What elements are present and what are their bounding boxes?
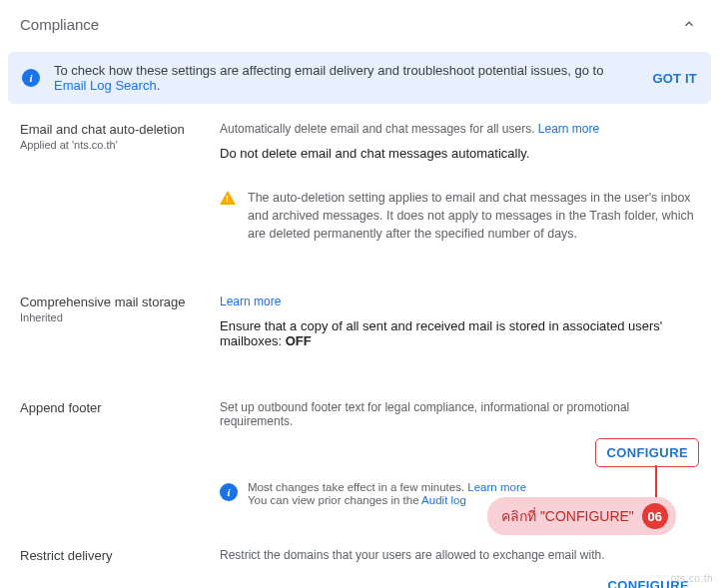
callout-number: 06 <box>642 503 668 529</box>
note-line2: You can view prior changes in the <box>248 494 421 506</box>
banner-text-before: To check how these settings are affectin… <box>54 63 603 78</box>
setting-title: Append footer <box>20 400 210 415</box>
chevron-up-icon <box>679 14 699 34</box>
warning-text: The auto-deletion setting applies to ema… <box>248 189 699 243</box>
section-title: Compliance <box>20 16 99 33</box>
setting-title: Comprehensive mail storage <box>20 294 210 309</box>
got-it-button[interactable]: GOT IT <box>652 71 697 86</box>
info-banner: i To check how these settings are affect… <box>8 52 711 104</box>
audit-log-link[interactable]: Audit log <box>421 494 466 506</box>
warning-box: The auto-deletion setting applies to ema… <box>220 189 699 243</box>
setting-desc: Set up outbound footer text for legal co… <box>220 400 699 428</box>
setting-value-state: OFF <box>286 333 312 348</box>
configure-button[interactable]: CONFIGURE <box>595 438 699 467</box>
email-log-search-link[interactable]: Email Log Search <box>54 78 157 93</box>
learn-more-link[interactable]: Learn more <box>220 294 281 308</box>
setting-applied: Inherited <box>20 311 210 323</box>
callout-text: คลิกที่ "CONFIGURE" <box>501 505 634 527</box>
setting-desc: Restrict the domains that your users are… <box>220 548 699 562</box>
annotation-callout: คลิกที่ "CONFIGURE" 06 <box>487 497 676 535</box>
section-header[interactable]: Compliance <box>0 0 719 48</box>
setting-desc: Automatically delete email and chat mess… <box>220 122 538 136</box>
banner-text-after: . <box>157 78 161 93</box>
learn-more-link[interactable]: Learn more <box>538 122 599 136</box>
setting-comprehensive-storage: Comprehensive mail storage Inherited Lea… <box>0 291 719 368</box>
callout-connector <box>655 465 657 501</box>
watermark: nts.co.th <box>671 573 713 584</box>
banner-text: To check how these settings are affectin… <box>54 63 638 93</box>
setting-restrict-delivery: Restrict delivery Restrict the domains t… <box>0 544 719 588</box>
setting-applied: Applied at 'nts.co.th' <box>20 139 210 151</box>
setting-auto-deletion: Email and chat auto-deletion Applied at … <box>0 118 719 263</box>
setting-append-footer: Append footer Set up outbound footer tex… <box>0 396 719 512</box>
note-line1: Most changes take effect in a few minute… <box>248 481 467 493</box>
learn-more-link[interactable]: Learn more <box>467 481 526 493</box>
info-icon: i <box>220 483 238 501</box>
setting-title: Email and chat auto-deletion <box>20 122 210 137</box>
info-icon: i <box>22 69 40 87</box>
setting-value: Do not delete email and chat messages au… <box>220 146 699 161</box>
warning-icon <box>220 191 236 205</box>
setting-title: Restrict delivery <box>20 548 210 563</box>
